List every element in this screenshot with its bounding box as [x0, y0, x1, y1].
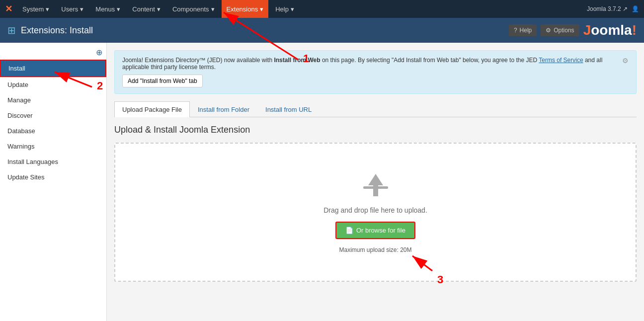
nav-content-label: Content: [132, 5, 155, 13]
nav-users[interactable]: Users ▾: [56, 0, 88, 18]
extensions-install-icon: ⊞: [7, 24, 16, 36]
tos-link[interactable]: Terms of Service: [539, 57, 583, 64]
adminbar-left: ⊞ Extensions: Install: [7, 24, 93, 36]
upload-limit-text: Maximum upload size: 20M: [339, 246, 411, 253]
section-title: Upload & Install Joomla Extension: [114, 125, 637, 135]
tab-install-folder[interactable]: Install from Folder: [190, 101, 257, 117]
user-icon[interactable]: 👤: [632, 5, 639, 12]
main-layout: ⊕ Install Update Manage Discover Databas…: [0, 43, 644, 321]
upload-icon: [361, 171, 391, 199]
adminbar-right: ? Help ⚙ Options Joomla!: [509, 22, 637, 38]
options-button[interactable]: ⚙ Options: [541, 24, 579, 36]
upload-text: Drag and drop file here to upload.: [323, 206, 427, 214]
nav-system-chevron: ▾: [46, 5, 49, 13]
nav-system[interactable]: System ▾: [17, 0, 54, 18]
sidebar-item-install-languages[interactable]: Install Languages: [0, 154, 106, 169]
nav-content[interactable]: Content ▾: [127, 0, 165, 18]
nav-content-chevron: ▾: [157, 5, 161, 13]
nav-components[interactable]: Components ▾: [167, 0, 220, 18]
sidebar-item-database[interactable]: Database: [0, 123, 106, 139]
install-tabs: Upload Package File Install from Folder …: [114, 101, 637, 117]
main-content: Joomla! Extensions Directory™ (JED) now …: [107, 43, 644, 321]
joomla-logo: Joomla!: [583, 22, 637, 38]
upload-drop-zone[interactable]: Drag and drop file here to upload. 📄 Or …: [114, 143, 637, 282]
nav-users-label: Users: [61, 5, 78, 13]
info-banner: Joomla! Extensions Directory™ (JED) now …: [114, 50, 637, 94]
nav-system-label: System: [22, 5, 44, 13]
nav-extensions[interactable]: Extensions ▾: [222, 0, 269, 18]
sidebar-collapse-button[interactable]: ⊕: [0, 45, 106, 60]
sidebar-item-discover[interactable]: Discover: [0, 108, 106, 123]
nav-help[interactable]: Help ▾: [270, 0, 299, 18]
topbar-left: ✕ System ▾ Users ▾ Menus ▾ Content ▾ Com…: [5, 0, 299, 18]
help-label: Help: [520, 27, 532, 34]
page-title: Extensions: Install: [21, 25, 93, 36]
browse-btn-label: Or browse for file: [356, 227, 405, 234]
gear-icon: ⚙: [546, 27, 551, 34]
nav-components-chevron: ▾: [211, 5, 215, 13]
sidebar: ⊕ Install Update Manage Discover Databas…: [0, 43, 107, 321]
help-button[interactable]: ? Help: [509, 24, 537, 36]
nav-menus[interactable]: Menus ▾: [90, 0, 125, 18]
tab-upload-package[interactable]: Upload Package File: [114, 101, 190, 117]
help-icon: ?: [514, 27, 517, 34]
sidebar-item-update-sites[interactable]: Update Sites: [0, 169, 106, 185]
topbar-right: Joomla 3.7.2 ↗ 👤: [587, 5, 639, 12]
banner-settings-icon[interactable]: ⚙: [622, 57, 629, 65]
browse-for-file-button[interactable]: 📄 Or browse for file: [335, 222, 415, 239]
options-label: Options: [554, 27, 574, 34]
tab-install-url[interactable]: Install from URL: [257, 101, 320, 117]
nav-extensions-chevron: ▾: [260, 5, 263, 13]
info-banner-text: Joomla! Extensions Directory™ (JED) now …: [122, 57, 617, 87]
adminbar: ⊞ Extensions: Install ? Help ⚙ Options J…: [0, 18, 644, 43]
sidebar-item-warnings[interactable]: Warnings: [0, 139, 106, 154]
nav-users-chevron: ▾: [80, 5, 83, 13]
sidebar-item-install[interactable]: Install: [0, 60, 106, 77]
sidebar-item-manage[interactable]: Manage: [0, 92, 106, 108]
add-install-web-button[interactable]: Add "Install from Web" tab: [122, 75, 203, 87]
topbar: ✕ System ▾ Users ▾ Menus ▾ Content ▾ Com…: [0, 0, 644, 18]
nav-extensions-label: Extensions: [227, 5, 258, 13]
svg-marker-1: [368, 174, 383, 196]
joomla-x-logo: ✕: [5, 3, 12, 14]
collapse-icon: ⊕: [96, 48, 102, 57]
nav-menus-label: Menus: [95, 5, 115, 13]
nav-components-label: Components: [172, 5, 209, 13]
browse-file-icon: 📄: [345, 227, 353, 234]
nav-help-chevron: ▾: [291, 5, 294, 13]
joomla-version: Joomla 3.7.2 ↗: [587, 5, 628, 12]
nav-help-label: Help: [275, 5, 289, 13]
nav-menus-chevron: ▾: [117, 5, 120, 13]
sidebar-item-update[interactable]: Update: [0, 77, 106, 92]
